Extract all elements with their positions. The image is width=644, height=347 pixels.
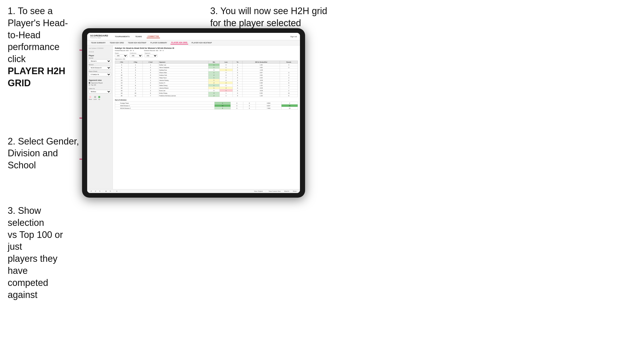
view-original-btn[interactable]: View: Original [253, 190, 264, 192]
col-rounds: Rounds [280, 61, 298, 64]
step1-bold: PLAYER H2H GRID [8, 66, 65, 88]
step3b-text: 3. You will now see H2H grid for the pla… [210, 5, 338, 29]
sign-out[interactable]: Sign out [290, 36, 297, 37]
opponent-view-title: Opponent view [89, 79, 111, 81]
table-row: 1822 Euna Lee 010 -5.002 [115, 89, 298, 92]
gender-select[interactable]: Women's [89, 59, 111, 63]
toolbar-sep4: | [266, 190, 266, 192]
player-section-title: Player [89, 55, 111, 56]
conference-label: Conference [130, 52, 143, 54]
sub-nav-team-h2h-heatmap[interactable]: TEAM H2H HEATMAP [127, 41, 147, 44]
col-diff: Diff Av Strokes/Rnd [243, 61, 280, 64]
sub-nav-player-h2h-grid[interactable]: PLAYER H2H GRID [170, 41, 188, 44]
colour-legend: Down Level Up [89, 96, 111, 100]
colour-by-select[interactable]: Win/loss [89, 90, 111, 93]
step3a-text: 3. Show selection vs Top 100 or just pla… [8, 205, 79, 301]
table-row: 1063 Andrea York 200 4.004 [115, 74, 298, 76]
toolbar-copy[interactable]: ⊞ [105, 190, 107, 192]
out-of-division-title: Out of division [115, 99, 298, 101]
header-row: # Div # Reg # Conf Opponent Win Loss Tie… [115, 61, 298, 64]
watch-btn[interactable]: Watch ▾ [283, 190, 290, 192]
table-row: 522 Alexis Sudjianto 100 4.003 [115, 66, 298, 69]
division-label: Division [89, 64, 111, 65]
sub-nav-team-h2h-grid[interactable]: TEAM H2H GRID [109, 41, 125, 44]
conference-select[interactable]: (All) [130, 54, 143, 57]
share-btn[interactable]: Share [292, 190, 297, 192]
col-conf: # Conf [143, 61, 158, 64]
filter-row: Region (All) Conference (All) Opponent (… [115, 52, 298, 57]
table-row: 633 Sydney Kuo 010 -1.00 [115, 69, 298, 71]
player-rank-select[interactable]: 8. Katelyn Vo [89, 73, 111, 76]
step1-block: 1. To see a Player's Head- to-Head perfo… [8, 5, 79, 89]
table-row: Foreign Team 1 0 0 4.500 2 [115, 102, 298, 104]
sub-nav-player-summary[interactable]: PLAYER SUMMARY [150, 41, 168, 44]
nav-tournaments[interactable]: TOURNAMENTS [114, 35, 131, 38]
timestamp2: 16:55:38 [89, 51, 111, 53]
table-row: 1637 Jessica Mason 120 -0.947 [115, 87, 298, 89]
toolbar-refresh[interactable]: ↻ [109, 190, 112, 192]
toolbar-right: View: Original | Save Custom View Watch … [253, 190, 297, 192]
table-row: 914 Sharon Mun 100 3.673 [115, 71, 298, 74]
opponent-select[interactable]: (All) [145, 54, 157, 57]
main-grid: Katelyn Vo Head-to-Head Grid for Women's… [113, 45, 300, 189]
table-row: NCAA Division 2 5 0 0 7.400 10 [115, 107, 298, 110]
step2-block: 2. Select Gender, Division and School [8, 136, 79, 171]
table-header: # Div # Reg # Conf Opponent Win Loss Tie… [115, 61, 298, 64]
instructions-left: 1. To see a Player's Head- to-Head perfo… [0, 0, 87, 314]
nav-bar: SCOREBOARD Powered by clippd TOURNAMENTS… [87, 33, 300, 40]
filter-opponent: Opponent (All) [145, 52, 157, 57]
col-div: # Div [115, 61, 128, 64]
undo-btn[interactable]: ↺ [90, 190, 93, 192]
undo2-btn[interactable]: ↺ [94, 190, 97, 192]
legend-level: Level [94, 96, 97, 100]
out-of-division-body: Foreign Team 1 0 0 4.500 2 NAIA Division… [115, 102, 298, 110]
col-tie: Tie [233, 61, 243, 64]
step3a-block: 3. Show selection vs Top 100 or just pla… [8, 205, 79, 301]
radio-group: Opponents Played Top 100 [89, 82, 111, 86]
region-label: Region [115, 52, 128, 54]
save-custom-btn[interactable]: Save Custom View [268, 190, 281, 192]
region-select[interactable]: (All) [115, 54, 128, 57]
redo-btn[interactable]: ↻ [98, 190, 101, 192]
toolbar-sep3: | [120, 190, 120, 192]
table-row: 1311 Jessica Huang 100 -3.002 [115, 79, 298, 82]
radio-opponents-played[interactable]: Opponents Played [89, 82, 111, 84]
toolbar-sep1: | [103, 190, 103, 192]
grid-table: # Div # Reg # Conf Opponent Win Loss Tie… [115, 61, 298, 97]
table-row: 20117 Federica Domecq Lacroze 210 1.336 [115, 94, 298, 97]
table-row: 311 Esther Lee 101 1.504 [115, 64, 298, 66]
sub-nav: TEAM SUMMARY TEAM H2H GRID TEAM H2H HEAT… [87, 40, 300, 45]
division-record-label: Division Record: 331 - 34 - 6 [144, 50, 164, 51]
col-win: Win [208, 61, 219, 64]
sub-nav-team-summary[interactable]: TEAM SUMMARY [90, 41, 106, 44]
table-row: 1474 Eunice Yi 220 0.389 [115, 82, 298, 84]
legend-up: Up [98, 96, 100, 100]
toolbar-clock[interactable]: ⊙ [115, 190, 118, 192]
col-opponent: Opponent [158, 61, 208, 64]
sub-nav-player-h2h-heatmap[interactable]: PLAYER H2H HEATMAP [191, 41, 213, 44]
table-row: 1125 Heejo Hyun 100 3.333 [115, 76, 298, 79]
toolbar: ↺ ↺ ↻ | ⊞ ↻ | ⊙ | View: Original | Save … [87, 189, 300, 193]
nav-committee[interactable]: COMMITTEE [147, 35, 160, 38]
radio-dot-opponents [89, 82, 90, 84]
filter-region: Region (All) [115, 52, 128, 57]
colour-dot-down [89, 96, 91, 98]
tablet: SCOREBOARD Powered by clippd TOURNAMENTS… [82, 28, 305, 198]
out-of-division-table: Foreign Team 1 0 0 4.500 2 NAIA Division… [115, 102, 298, 110]
nav-right: Sign out [290, 36, 297, 37]
radio-top100[interactable]: Top 100 [89, 84, 111, 86]
filter-conference: Conference (All) [130, 52, 143, 57]
overall-record-label: Overall Record: 353 - 34 - 6 [115, 50, 134, 51]
opponents-label: Opponents: [115, 58, 122, 60]
colour-dot-level [94, 96, 96, 98]
grid-records: Overall Record: 353 - 34 - 6 Division Re… [115, 50, 298, 51]
radio-dot-top100 [89, 84, 90, 86]
colour-dot-up [98, 96, 100, 98]
step2-text: 2. Select Gender, Division and School [8, 136, 79, 171]
logo-text: SCOREBOARD [90, 34, 108, 37]
legend-down: Down [89, 96, 92, 100]
sidebar: Last Updated: 27/03/2024 16:55:38 Player… [87, 45, 113, 189]
step3b-block: 3. You will now see H2H grid for the pla… [210, 5, 338, 29]
nav-teams[interactable]: TEAMS [134, 35, 143, 38]
division-select[interactable]: NCAA Division III [89, 66, 111, 70]
